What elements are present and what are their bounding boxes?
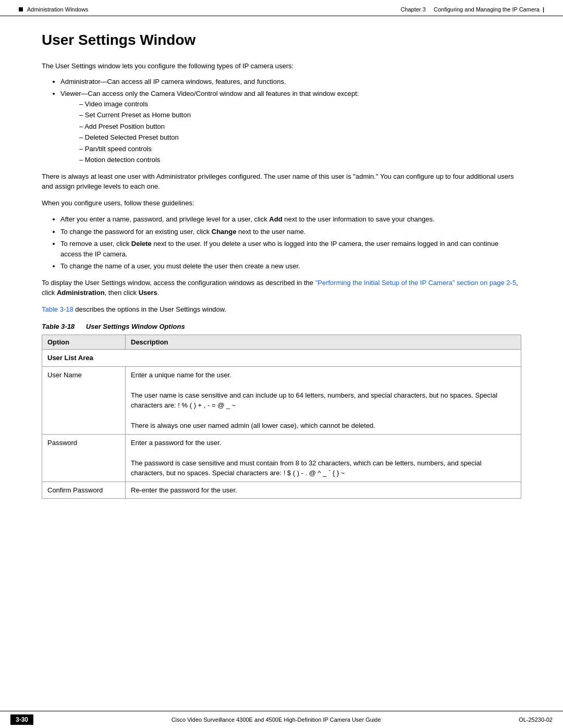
guideline-item-1: To change the password for an existing u… — [60, 227, 521, 237]
col-description-header: Description — [126, 335, 521, 350]
desc-username-line0: Enter a unique name for the user. — [131, 370, 516, 380]
guidelines-list: After you enter a name, password, and pr… — [60, 214, 521, 272]
header-marker-icon — [19, 7, 23, 11]
user-list-section-header: User List Area — [42, 350, 521, 367]
dash-item-2: Add Preset Position button — [79, 121, 521, 132]
desc-confirm-password: Re-enter the password for the user. — [126, 482, 521, 499]
bold-change: Change — [212, 228, 237, 236]
dash-item-4: Pan/tilt speed controls — [79, 144, 521, 154]
bold-add: Add — [269, 215, 282, 223]
intro-p4: To display the User Settings window, acc… — [42, 278, 521, 298]
option-confirm-password: Confirm Password — [42, 482, 126, 499]
page-header: Administration Windows Chapter 3 Configu… — [0, 0, 563, 16]
footer-doc-id: OL-25230-02 — [519, 717, 553, 723]
dash-item-3: Deleted Selected Preset button — [79, 132, 521, 143]
dash-item-0: Video image controls — [79, 99, 521, 109]
table-row-password: Password Enter a password for the user. … — [42, 434, 521, 482]
intro-p1: The User Settings window lets you config… — [42, 61, 521, 71]
guideline-item-2: To remove a user, click Delete next to t… — [60, 239, 521, 259]
intro-p2: There is always at least one user with A… — [42, 171, 521, 192]
guideline-item-0: After you enter a name, password, and pr… — [60, 214, 521, 225]
bold-users: Users — [139, 289, 157, 297]
desc-password: Enter a password for the user. The passw… — [126, 434, 521, 482]
header-chapter: Chapter 3 — [400, 6, 425, 13]
table-ref-num: Table 3-18 — [42, 305, 74, 313]
p4-pre: To display the User Settings window, acc… — [42, 279, 315, 287]
p4-period: . — [157, 289, 160, 297]
dash-sub-list: Video image controls Set Current Preset … — [79, 99, 521, 165]
desc-username-line2: There is always one user named admin (al… — [131, 421, 516, 431]
list-item-admin: Administrator—Can access all IP camera w… — [60, 77, 521, 87]
intro-p3: When you configure users, follow these g… — [42, 198, 521, 208]
page-title: User Settings Window — [42, 32, 521, 48]
desc-username: Enter a unique name for the user. The us… — [126, 366, 521, 434]
table-caption: Table 3-18 User Settings Window Options — [42, 323, 521, 330]
intro-p5: Table 3-18 describes the options in the … — [42, 304, 521, 315]
bold-administration: Administration — [57, 289, 105, 297]
bold-delete: Delete — [131, 240, 152, 248]
option-username: User Name — [42, 366, 126, 434]
table-ref-link[interactable]: Table 3-18 — [42, 305, 74, 313]
p4-link: "Performing the Initial Setup of the IP … — [315, 279, 517, 287]
desc-username-line1: The user name is case sensitive and can … — [131, 390, 516, 411]
header-section-label: Administration Windows — [27, 6, 88, 13]
list-item-viewer: Viewer—Can access only the Camera Video/… — [60, 89, 521, 165]
page-footer: 3-30 Cisco Video Surveillance 4300E and … — [0, 711, 563, 728]
options-table: Option Description User List Area User N… — [42, 335, 521, 499]
header-left: Administration Windows — [19, 6, 88, 13]
p4-then: , then click — [105, 289, 139, 297]
header-chapter-title: Configuring and Managing the IP Camera — [434, 6, 540, 13]
guideline-item-3: To change the name of a user, you must d… — [60, 261, 521, 272]
desc-password-line1: The password is case sensitive and must … — [131, 458, 516, 478]
page-number: 3-30 — [10, 714, 33, 725]
header-right: Chapter 3 Configuring and Managing the I… — [400, 6, 544, 13]
option-password: Password — [42, 434, 126, 482]
main-content: User Settings Window The User Settings w… — [0, 16, 563, 540]
table-row-confirm-password: Confirm Password Re-enter the password f… — [42, 482, 521, 499]
footer-center-text: Cisco Video Surveillance 4300E and 4500E… — [172, 717, 381, 723]
table-num-label: Table 3-18 — [42, 323, 75, 330]
dash-item-1: Set Current Preset as Home button — [79, 110, 521, 120]
desc-confirm-password-line0: Re-enter the password for the user. — [131, 485, 516, 496]
desc-password-line0: Enter a password for the user. — [131, 438, 516, 448]
table-title-label: User Settings Window Options — [86, 323, 185, 330]
performing-link[interactable]: "Performing the Initial Setup of the IP … — [315, 279, 517, 287]
user-list-area-label: User List Area — [42, 350, 521, 367]
type-bullet-list: Administrator—Can access all IP camera w… — [60, 77, 521, 165]
table-row-username: User Name Enter a unique name for the us… — [42, 366, 521, 434]
p5-post: describes the options in the User Settin… — [74, 305, 226, 313]
dash-item-5: Motion detection controls — [79, 155, 521, 165]
col-option-header: Option — [42, 335, 126, 350]
